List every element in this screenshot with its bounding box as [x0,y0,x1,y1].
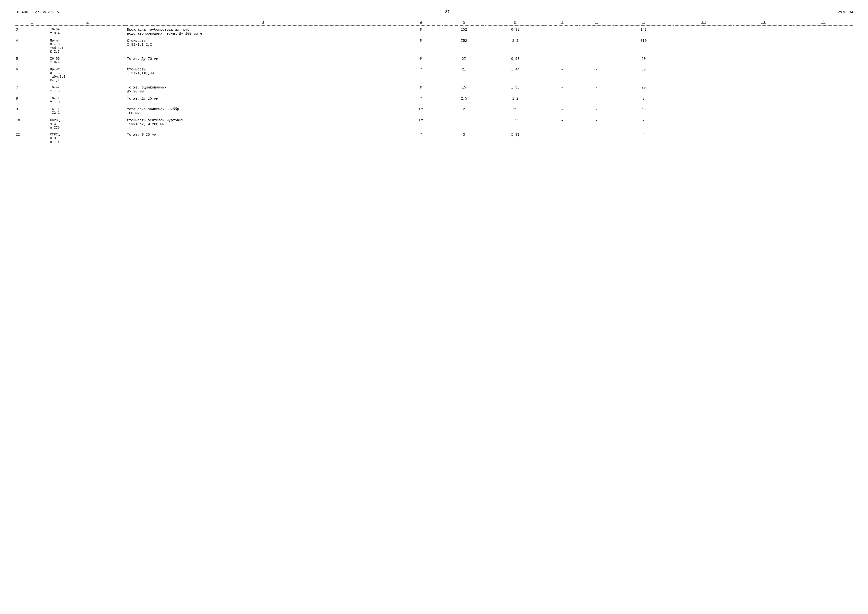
column-header-row: I 2 3 4 5 6 7 8 9 IO II I2 [15,19,853,26]
cell-r0-c3: М [400,26,443,37]
col-header-2: 2 [49,19,126,26]
cell-r6-c1: I6-II9 тI2-2 [49,105,126,116]
cell-r3-c1: Пр-нт ОI-I3 табл.I.I К-I,I [49,65,126,83]
cell-r2-c11 [793,54,853,65]
cell-r6-c11 [793,105,853,116]
col-header-1: I [15,19,49,26]
cell-r5-c10 [733,94,793,105]
cell-r4-c11 [793,83,853,94]
cell-r6-c0: 9. [15,105,49,116]
table-row: 9.I6-II9 тI2-2Установка задвижек 30чббр … [15,105,853,116]
cell-r5-c0: 8. [15,94,49,105]
cell-r5-c9 [674,94,733,105]
col-header-9: 9 [614,19,674,26]
cell-r7-c4: I [443,116,485,130]
table-row: II.ССРСЦ ч.3 п.II6То же, Ø I5 мм"3I,3I––… [15,130,853,144]
cell-r2-c4: 2I [443,54,485,65]
cell-r6-c3: шт [400,105,443,116]
cell-r5-c1: I6-4I т.7-3 [49,94,126,105]
cell-r8-c9 [674,130,733,144]
table-row: 4.Пр-нт ОI-I3 таб.I.I К-I,IСтоимость I,9… [15,36,853,54]
cell-r1-c2: Стоимость I,9IхI,I=2,I [126,36,400,54]
cell-r3-c8: 30 [614,65,674,83]
cell-r5-c5: I,2 [485,94,545,105]
table-row: 7.I6-42 т.7-3То же, оцинкованных Ду 20 м… [15,83,853,94]
col-header-7: 7 [545,19,579,26]
cell-r4-c1: I6-42 т.7-3 [49,83,126,94]
cell-r8-c6: – [545,130,579,144]
cell-r4-c0: 7. [15,83,49,94]
cell-r6-c9 [674,105,733,116]
cell-r5-c4: 2,5 [443,94,485,105]
cell-r8-c0: II. [15,130,49,144]
cell-r7-c1: ССРСЦ ч.3 п.II6 [49,116,126,130]
cell-r1-c9 [674,36,733,54]
cell-r2-c0: 5. [15,54,49,65]
cell-r6-c5: 29 [485,105,545,116]
cell-r4-c2: То же, оцинкованных Ду 20 мм [126,83,400,94]
cell-r0-c2: Прокладка трубопровода из труб водогазоп… [126,26,400,37]
cell-r1-c4: I52 [443,36,485,54]
cell-r1-c0: 4. [15,36,49,54]
cell-r8-c11 [793,130,853,144]
cell-r4-c7: – [579,83,613,94]
cell-r8-c1: ССРСЦ ч.3 п.II6 [49,130,126,144]
cell-r2-c8: 20 [614,54,674,65]
table-row: IO.ССРСЦ ч.3 п.II6Стоимость вентилей муф… [15,116,853,130]
cell-r1-c7: – [579,36,613,54]
cell-r8-c7: – [579,130,613,144]
table-row: 6.Пр-нт ОI-I3 табл.I.I К-I,IСтоимость I,… [15,65,853,83]
cell-r4-c6: – [545,83,579,94]
table-row: 5.I6-59 т.8-4То же, Ду 70 ммМ2I0,93––20 [15,54,853,65]
cell-r6-c4: 2 [443,105,485,116]
cell-r1-c11 [793,36,853,54]
cell-r0-c4: I52 [443,26,485,37]
col-header-6: 6 [485,19,545,26]
cell-r7-c2: Стоимость вентилей муфтовых I5кчI8р2, Ø … [126,116,400,130]
cell-r7-c11 [793,116,853,130]
cell-r3-c4: 2I [443,65,485,83]
cell-r4-c3: М [400,83,443,94]
cell-r4-c5: I,35 [485,83,545,94]
col-header-11: II [733,19,793,26]
cell-r0-c6: – [545,26,579,37]
cell-r1-c1: Пр-нт ОI-I3 таб.I.I К-I,I [49,36,126,54]
cell-r1-c8: 3I9 [614,36,674,54]
cell-r0-c8: I4I [614,26,674,37]
cell-r3-c3: " [400,65,443,83]
cell-r5-c2: То же, Ду I5 мм [126,94,400,105]
cell-r2-c3: М [400,54,443,65]
cell-r1-c6: – [545,36,579,54]
cell-r8-c8: 4 [614,130,674,144]
col-header-8: 8 [579,19,613,26]
col-header-12: I2 [793,19,853,26]
cell-r6-c7: – [579,105,613,116]
cell-r2-c9 [674,54,733,65]
cell-r3-c5: I,44 [485,65,545,83]
cell-r6-c8: 58 [614,105,674,116]
cell-r0-c11 [793,26,853,37]
cell-r3-c2: Стоимость I,3IхI,I=I,44 [126,65,400,83]
cell-r2-c7: – [579,54,613,65]
cell-r0-c0: 3. [15,26,49,37]
cell-r5-c7: – [579,94,613,105]
cell-r7-c8: 2 [614,116,674,130]
cell-r1-c3: М [400,36,443,54]
cell-r3-c10 [733,65,793,83]
table-row: 8.I6-4I т.7-3То же, Ду I5 мм"2,5I,2––3 [15,94,853,105]
cell-r2-c6: – [545,54,579,65]
cell-r5-c11 [793,94,853,105]
cell-r7-c6: – [545,116,579,130]
cell-r3-c11 [793,65,853,83]
cell-r5-c8: 3 [614,94,674,105]
cell-r2-c10 [733,54,793,65]
cell-r0-c9 [674,26,733,37]
cell-r8-c5: I,3I [485,130,545,144]
cell-r5-c6: – [545,94,579,105]
cell-r0-c10 [733,26,793,37]
main-table: I 2 3 4 5 6 7 8 9 IO II I2 3.I6-59 т.8-4… [15,19,853,144]
cell-r3-c9 [674,65,733,83]
col-header-10: IO [674,19,733,26]
col-header-5: 5 [443,19,485,26]
col-header-4: 4 [400,19,443,26]
